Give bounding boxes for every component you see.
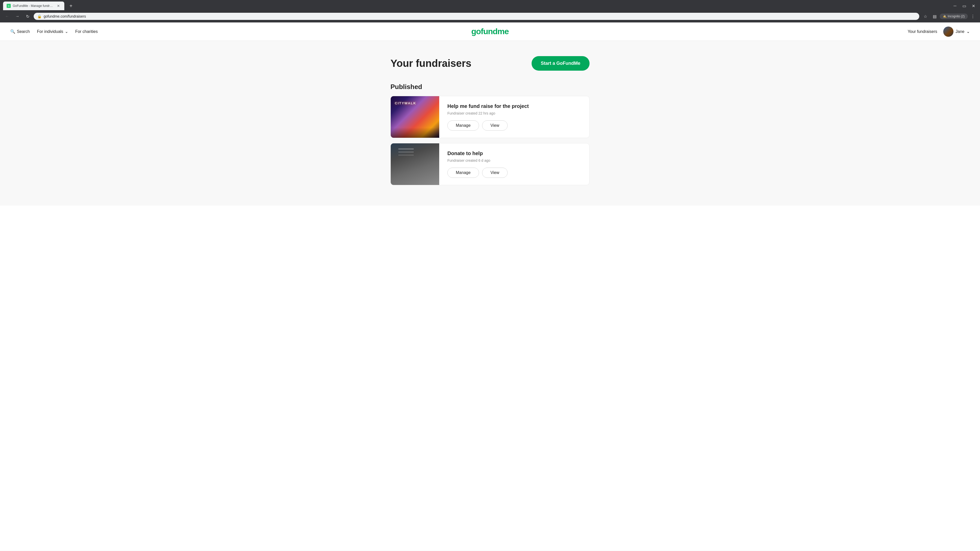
incognito-icon: 🕵 xyxy=(943,14,947,18)
card-content: Donate to help Fundraiser created 6 d ag… xyxy=(439,143,589,185)
user-name: Jane xyxy=(956,29,964,34)
tab-favicon: G xyxy=(6,4,11,8)
bookmark-button[interactable]: ☆ xyxy=(921,12,929,21)
logo[interactable]: gofundme xyxy=(471,27,509,36)
back-button[interactable]: ← xyxy=(3,12,11,21)
close-button[interactable]: ✕ xyxy=(970,2,977,10)
chevron-down-icon: ⌄ xyxy=(966,29,970,34)
start-gofundme-button[interactable]: Start a GoFundMe xyxy=(531,56,590,71)
forward-button[interactable]: → xyxy=(13,12,21,21)
tab-bar: G GoFundMe - Manage fundraise... ✕ + ─ ▭… xyxy=(0,0,980,10)
fundraiser-meta: Fundraiser created 22 hrs ago xyxy=(447,111,581,115)
for-charities-nav-item[interactable]: For charities xyxy=(75,29,98,34)
toolbar-actions: ☆ ▤ 🕵 Incognito (2) ⋮ xyxy=(921,12,977,21)
content-wrapper: Your fundraisers Start a GoFundMe Publis… xyxy=(380,56,600,185)
search-label: Search xyxy=(17,29,30,34)
nav-center: gofundme xyxy=(471,27,509,36)
your-fundraisers-nav-link[interactable]: Your fundraisers xyxy=(907,29,937,34)
search-nav-item[interactable]: 🔍 Search xyxy=(10,29,30,34)
main-nav: 🔍 Search For individuals ⌄ For charities… xyxy=(0,22,980,41)
nav-left: 🔍 Search For individuals ⌄ For charities xyxy=(10,29,98,34)
incognito-label: Incognito (2) xyxy=(948,14,965,18)
address-bar[interactable]: 🔒 xyxy=(34,13,919,20)
view-button[interactable]: View xyxy=(482,121,508,130)
tab-title: GoFundMe - Manage fundraise... xyxy=(13,4,54,8)
manage-button[interactable]: Manage xyxy=(447,168,479,178)
avatar xyxy=(943,27,953,37)
fundraiser-meta: Fundraiser created 6 d ago xyxy=(447,159,581,162)
website: 🔍 Search For individuals ⌄ For charities… xyxy=(0,22,980,551)
for-individuals-nav-item[interactable]: For individuals ⌄ xyxy=(37,29,68,34)
avatar-image xyxy=(943,27,953,37)
maximize-button[interactable]: ▭ xyxy=(961,2,968,10)
fundraiser-title: Help me fund raise for the project xyxy=(447,103,581,109)
card-actions: Manage View xyxy=(447,168,581,178)
user-menu[interactable]: Jane ⌄ xyxy=(943,27,970,37)
lock-icon: 🔒 xyxy=(37,14,41,18)
fundraiser-card: Donate to help Fundraiser created 6 d ag… xyxy=(390,143,590,185)
for-individuals-label: For individuals xyxy=(37,29,63,34)
published-section-title: Published xyxy=(390,83,590,91)
fundraiser-title: Donate to help xyxy=(447,151,581,156)
card-content: Help me fund raise for the project Fundr… xyxy=(439,96,589,138)
chevron-down-icon: ⌄ xyxy=(65,29,68,34)
incognito-badge[interactable]: 🕵 Incognito (2) xyxy=(940,14,968,19)
view-button[interactable]: View xyxy=(482,168,508,178)
nav-right: Your fundraisers Jane ⌄ xyxy=(907,27,970,37)
browser-toolbar: ← → ↻ 🔒 ☆ ▤ 🕵 Incognito (2) ⋮ xyxy=(0,10,980,22)
fundraisers-header: Your fundraisers Start a GoFundMe xyxy=(390,56,590,71)
manage-button[interactable]: Manage xyxy=(447,121,479,130)
new-tab-button[interactable]: + xyxy=(67,2,75,10)
reload-button[interactable]: ↻ xyxy=(24,12,32,21)
page-title: Your fundraisers xyxy=(390,58,471,69)
for-charities-label: For charities xyxy=(75,29,98,34)
browser-chrome: G GoFundMe - Manage fundraise... ✕ + ─ ▭… xyxy=(0,0,980,22)
fundraiser-image xyxy=(391,143,439,185)
minimize-button[interactable]: ─ xyxy=(951,2,959,10)
active-tab[interactable]: G GoFundMe - Manage fundraise... ✕ xyxy=(3,2,64,10)
url-input[interactable] xyxy=(44,14,916,18)
search-icon: 🔍 xyxy=(10,29,15,34)
fundraiser-image xyxy=(391,96,439,138)
tab-close-button[interactable]: ✕ xyxy=(56,3,61,8)
card-actions: Manage View xyxy=(447,121,581,130)
fundraiser-card: Help me fund raise for the project Fundr… xyxy=(390,96,590,138)
menu-button[interactable]: ⋮ xyxy=(969,12,977,21)
sidebar-button[interactable]: ▤ xyxy=(931,12,939,21)
main-content: Your fundraisers Start a GoFundMe Publis… xyxy=(0,41,980,206)
